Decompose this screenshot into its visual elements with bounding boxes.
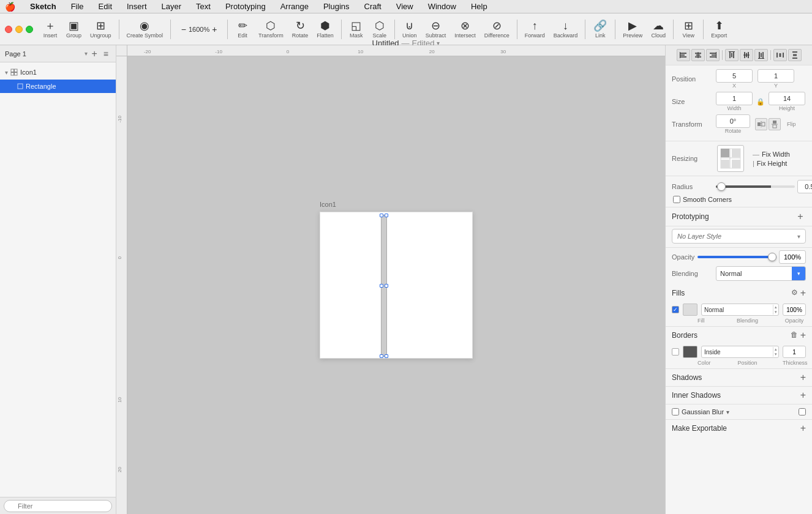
view-button[interactable]: ⊞ View [677, 16, 699, 43]
page-chevron[interactable]: ▾ [85, 50, 88, 57]
transform-button[interactable]: ⬡ Transform [255, 16, 287, 43]
menu-insert[interactable]: Insert [124, 2, 149, 11]
align-center-h-button[interactable] [691, 49, 705, 61]
preview-button[interactable]: ▶ Preview [619, 16, 646, 43]
fill-blending-dropdown[interactable]: Normal ▴ ▾ [701, 304, 779, 316]
distribute-v-button[interactable] [788, 49, 802, 61]
menu-prototyping[interactable]: Prototyping [223, 2, 268, 11]
create-symbol-button[interactable]: ◉ Create Symbol [123, 16, 167, 43]
handle-bl[interactable] [380, 354, 383, 358]
flip-horizontal-button[interactable] [755, 118, 767, 130]
prototyping-section-header[interactable]: Prototyping + [666, 207, 812, 226]
align-right-button[interactable] [706, 49, 720, 61]
zoom-control[interactable]: − 1600% + [175, 16, 224, 43]
filter-input[interactable] [4, 500, 112, 512]
window-close[interactable] [5, 26, 12, 33]
smooth-corners-checkbox[interactable] [673, 196, 680, 203]
edit-button[interactable]: ✏ Edit [231, 16, 254, 43]
opacity-slider[interactable] [697, 256, 776, 258]
handle-tl[interactable] [380, 214, 383, 217]
selected-rectangle[interactable] [381, 215, 387, 357]
gaussian-blur-chevron[interactable]: ▾ [726, 409, 729, 415]
artboard[interactable] [320, 212, 473, 359]
handle-tr[interactable] [385, 214, 388, 217]
border-enabled-checkbox[interactable] [672, 348, 679, 356]
border-position-dropdown[interactable]: Inside ▴ ▾ [701, 346, 779, 358]
size-width-input[interactable] [716, 92, 753, 105]
flatten-button[interactable]: ⬢ Flatten [313, 16, 337, 43]
canvas-area[interactable]: -20 -10 0 10 20 30 -10 0 10 20 Icon1 [116, 45, 665, 514]
add-page-button[interactable]: + [90, 48, 98, 59]
blending-dropdown[interactable]: Normal ▾ [716, 266, 806, 281]
fill-color-swatch[interactable] [683, 304, 697, 316]
fills-add-button[interactable]: + [800, 288, 806, 298]
fill-enabled-checkbox[interactable]: ✓ [672, 306, 679, 313]
position-y-input[interactable] [757, 69, 794, 83]
blending-arrow-btn[interactable]: ▾ [792, 267, 805, 280]
menu-help[interactable]: Help [468, 2, 490, 11]
menu-window[interactable]: Window [426, 2, 459, 11]
menu-sketch[interactable]: Sketch [28, 2, 59, 11]
border-position-up[interactable]: ▴ [775, 347, 777, 352]
align-top-button[interactable] [725, 49, 739, 61]
menu-view[interactable]: View [394, 2, 416, 11]
radius-input[interactable] [797, 180, 812, 193]
backward-button[interactable]: ↓ Backward [550, 16, 582, 43]
add-prototype-button[interactable]: + [795, 211, 806, 222]
align-center-v-button[interactable] [740, 49, 753, 61]
union-button[interactable]: ⊍ Union [399, 16, 421, 43]
forward-button[interactable]: ↑ Forward [521, 16, 549, 43]
apple-menu[interactable]: 🍎 [5, 2, 15, 12]
subtract-button[interactable]: ⊖ Subtract [422, 16, 450, 43]
rotate-input[interactable] [716, 114, 750, 128]
size-height-input[interactable] [769, 92, 805, 105]
borders-add-button[interactable]: + [800, 330, 806, 340]
rotate-button[interactable]: ↻ Rotate [288, 16, 312, 43]
align-left-button[interactable] [677, 49, 690, 61]
group-button[interactable]: ▣ Group [62, 16, 85, 43]
menu-plugins[interactable]: Plugins [321, 2, 352, 11]
fix-width-option[interactable]: — Fix Width [753, 151, 790, 158]
menu-text[interactable]: Text [194, 2, 213, 11]
export-button[interactable]: ⬆ Export [707, 16, 731, 43]
align-bottom-button[interactable] [754, 49, 768, 61]
mask-button[interactable]: ◱ Mask [345, 16, 367, 43]
fix-height-option[interactable]: | Fix Height [753, 160, 790, 167]
resizing-box[interactable] [717, 145, 744, 172]
shadows-header[interactable]: Shadows + [666, 369, 812, 386]
border-position-down[interactable]: ▾ [775, 352, 777, 357]
menu-file[interactable]: File [69, 2, 86, 11]
handle-br[interactable] [385, 354, 388, 358]
ungroup-button[interactable]: ⊞ Ungroup [86, 16, 115, 43]
lock-icon[interactable]: 🔒 [756, 98, 765, 106]
shadows-add-button[interactable]: + [800, 373, 806, 382]
menu-edit[interactable]: Edit [96, 2, 115, 11]
layer-item-rectangle[interactable]: Rectangle [0, 80, 116, 93]
gaussian-blur-checkbox[interactable] [672, 408, 679, 415]
flip-vertical-button[interactable] [769, 118, 781, 130]
menu-craft[interactable]: Craft [362, 2, 384, 11]
layer-group-icon1[interactable]: ▾ Icon1 [0, 65, 116, 80]
handle-mr[interactable] [385, 284, 388, 288]
fill-blending-down[interactable]: ▾ [775, 310, 777, 315]
menu-arrange[interactable]: Arrange [278, 2, 311, 11]
border-color-swatch[interactable] [683, 346, 697, 358]
inner-shadows-add-button[interactable]: + [800, 390, 806, 400]
gaussian-blur-toggle[interactable] [799, 408, 806, 415]
distribute-h-button[interactable] [773, 49, 787, 61]
cloud-button[interactable]: ☁ Cloud [647, 16, 669, 43]
border-thickness-input[interactable] [783, 346, 806, 358]
intersect-button[interactable]: ⊗ Intersect [451, 16, 479, 43]
sidebar-toggle[interactable]: ≡ [101, 48, 111, 60]
fills-gear-icon[interactable]: ⚙ [791, 288, 798, 298]
window-maximize[interactable] [26, 26, 33, 33]
handle-ml[interactable] [380, 284, 383, 288]
position-x-input[interactable] [716, 69, 753, 83]
opacity-input[interactable] [779, 250, 806, 264]
radius-slider[interactable] [716, 185, 795, 188]
scale-button[interactable]: ⬡ Scale [369, 16, 391, 43]
link-button[interactable]: 🔗 Link [589, 16, 611, 43]
insert-button[interactable]: ＋ Insert [39, 16, 61, 43]
inner-shadows-header[interactable]: Inner Shadows + [666, 387, 812, 404]
window-minimize[interactable] [15, 26, 23, 33]
